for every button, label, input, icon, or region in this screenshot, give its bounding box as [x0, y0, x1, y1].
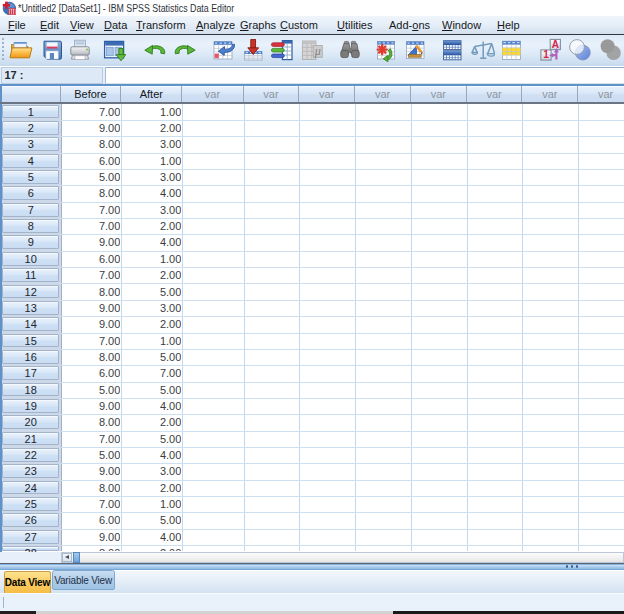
svg-text:μ: μ: [314, 44, 321, 58]
svg-text:1: 1: [543, 49, 549, 60]
svg-text:A: A: [552, 39, 559, 50]
